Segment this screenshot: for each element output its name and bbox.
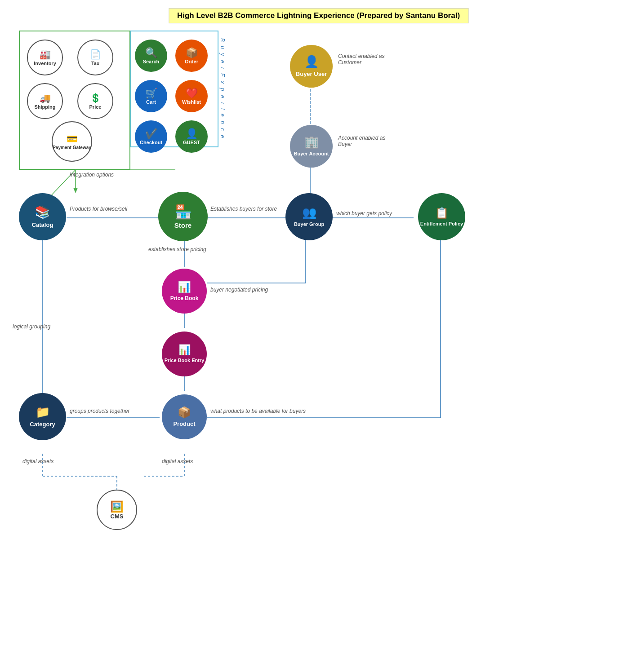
buyer-experience-label: B u y e r E x p e r i e n c e — [219, 38, 226, 139]
wishlist-label: Wishlist — [182, 99, 201, 105]
search-node: 🔍 Search — [135, 40, 167, 72]
order-icon: 📦 — [186, 47, 198, 59]
establishes-buyers-label: Establishes buyers for store — [210, 206, 277, 212]
category-label: Category — [30, 421, 55, 428]
store-pricing-label: establishes store pricing — [148, 246, 206, 252]
catalog-label: Catalog — [32, 221, 53, 229]
buyer-account-icon: 🏢 — [304, 135, 319, 149]
guest-icon: 👤 — [186, 128, 198, 140]
price-node: 💲 Price — [77, 83, 113, 119]
shipping-label: Shipping — [34, 104, 55, 110]
shipping-icon: 🚚 — [40, 93, 51, 103]
tax-label: Tax — [91, 61, 99, 66]
digital-assets-left-label: digital assets — [22, 458, 53, 464]
cart-icon: 🛒 — [145, 88, 157, 99]
inventory-icon: 🏭 — [40, 49, 51, 60]
buyer-group-label: Buyer Group — [294, 221, 324, 227]
checkout-node: ✔️ Checkout — [135, 120, 167, 153]
account-enabled-label: Account enabled as Buyer — [338, 135, 396, 147]
search-label: Search — [143, 59, 160, 64]
buyer-user-label: Buyer User — [296, 71, 327, 78]
buyer-account-label: Buyer Account — [294, 151, 329, 157]
price-book-icon: 📊 — [178, 281, 191, 293]
payment-icon: 💳 — [67, 133, 78, 144]
checkout-icon: ✔️ — [145, 128, 157, 140]
wishlist-icon: ❤️ — [186, 88, 198, 99]
which-buyer-label: which buyer gets policy — [336, 210, 392, 217]
buyer-account-node: 🏢 Buyer Account — [290, 125, 333, 168]
entitlement-icon: 📋 — [435, 207, 449, 219]
category-node: 📁 Category — [19, 393, 66, 440]
svg-marker-22 — [73, 188, 78, 193]
store-node: 🏪 Store — [158, 192, 208, 241]
price-book-entry-node: 📊 Price Book Entry — [162, 332, 207, 376]
checkout-label: Checkout — [140, 140, 162, 145]
guest-node: 👤 GUEST — [175, 120, 208, 153]
catalog-node: 📚 Catalog — [19, 193, 66, 240]
buyer-group-node: 👥 Buyer Group — [285, 193, 333, 240]
cart-node: 🛒 Cart — [135, 80, 167, 112]
buyer-group-icon: 👥 — [302, 206, 316, 220]
search-icon: 🔍 — [145, 47, 157, 59]
product-icon: 📦 — [178, 406, 191, 419]
groups-products-label: groups products together — [70, 408, 129, 414]
store-icon: 🏪 — [175, 204, 192, 220]
tax-icon: 📄 — [90, 49, 101, 60]
price-book-entry-icon: 📊 — [178, 344, 191, 356]
inventory-node: 🏭 Inventory — [27, 40, 63, 75]
contact-enabled-label: Contact enabled as Customer — [338, 53, 396, 66]
integration-options-label: integration options — [70, 172, 114, 178]
shipping-node: 🚚 Shipping — [27, 83, 63, 119]
tax-node: 📄 Tax — [77, 40, 113, 75]
entitlement-label: Entitlement Policy — [420, 221, 463, 227]
buyer-user-node: 👤 Buyer User — [290, 45, 333, 88]
inventory-label: Inventory — [34, 61, 56, 66]
price-book-label: Price Book — [170, 295, 199, 301]
wishlist-node: ❤️ Wishlist — [175, 80, 208, 112]
buyer-user-icon: 👤 — [304, 55, 319, 69]
catalog-icon: 📚 — [35, 205, 50, 220]
cms-label: CMS — [111, 513, 124, 520]
price-label: Price — [89, 104, 102, 110]
price-icon: 💲 — [90, 93, 101, 103]
buyer-negotiated-label: buyer negotiated pricing — [210, 287, 268, 293]
cms-icon: 🖼️ — [110, 500, 124, 513]
cart-label: Cart — [146, 99, 156, 105]
cms-node: 🖼️ CMS — [97, 490, 137, 530]
digital-assets-right-label: digital assets — [162, 458, 193, 464]
entitlement-policy-node: 📋 Entitlement Policy — [418, 193, 465, 240]
payment-label: Payment Gateway — [53, 145, 91, 150]
order-node: 📦 Order — [175, 40, 208, 72]
product-label: Product — [173, 420, 195, 428]
diagram-container: High Level B2B Commerce Lightning Experi… — [0, 0, 637, 672]
page-title: High Level B2B Commerce Lightning Experi… — [169, 8, 468, 23]
store-label: Store — [174, 221, 192, 230]
what-products-label: what products to be available for buyers — [210, 408, 306, 414]
category-icon: 📁 — [36, 405, 50, 419]
products-label: Products for browse/sell — [70, 206, 127, 212]
product-node: 📦 Product — [162, 394, 207, 439]
payment-gateway-node: 💳 Payment Gateway — [52, 121, 92, 162]
price-book-node: 📊 Price Book — [162, 269, 207, 314]
guest-label: GUEST — [183, 140, 200, 145]
logical-grouping-label: logical grouping — [13, 323, 50, 330]
price-book-entry-label: Price Book Entry — [165, 358, 205, 363]
order-label: Order — [185, 59, 198, 64]
